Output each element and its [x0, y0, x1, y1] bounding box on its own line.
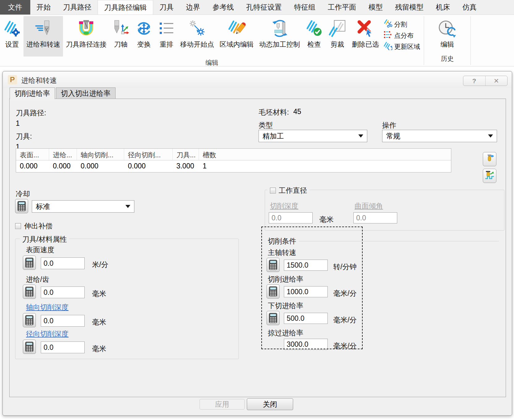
history-edit-icon [437, 17, 457, 40]
trim-icon [328, 17, 346, 40]
coolant-select[interactable]: 标准 [32, 200, 134, 213]
ribbon-button-update-region[interactable]: 更新区域 [384, 41, 420, 52]
help-button[interactable]: ? [463, 76, 485, 86]
feeds-table: 表面... 进给... 轴向切削... 径向切削... 刀具... 槽数 0.0… [16, 148, 451, 172]
feeds-table-header: 表面... 进给... 轴向切削... 径向切削... 刀具... 槽数 [16, 149, 451, 160]
calculator-button[interactable] [23, 313, 36, 327]
calculator-button[interactable] [23, 340, 36, 354]
surface-speed-input[interactable] [41, 257, 85, 269]
menu-tab-boundary[interactable]: 边界 [180, 0, 206, 15]
ribbon-button-tool-axis[interactable]: 刀轴 [109, 16, 132, 49]
point-distribution-icon [384, 30, 392, 40]
menu-tab-machine[interactable]: 机床 [430, 0, 456, 15]
plunge-feedrate-unit: 毫米/分 [333, 315, 356, 325]
column-header[interactable]: 径向切削... [124, 149, 173, 160]
calculator-button[interactable] [23, 256, 36, 270]
calculator-icon [25, 257, 34, 268]
ribbon-button-split[interactable]: 分割 [384, 19, 420, 29]
feed-per-tooth-unit: 毫米 [92, 289, 106, 299]
ribbon-body: 设置 进给 [0, 15, 514, 66]
overhang-compensation-checkbox[interactable] [15, 223, 21, 229]
table-row[interactable]: 0.000 0.000 0.000 0.000 3.000 1 [16, 160, 451, 172]
cut-depth-unit: 毫米 [319, 215, 334, 224]
cut-depth-input[interactable] [269, 212, 313, 223]
overhang-compensation-label: 伸出补偿 [24, 221, 53, 231]
ribbon-button-edit-within-region[interactable]: 区域内编辑 [217, 16, 256, 49]
tool-apply-button[interactable] [483, 169, 496, 183]
tab-cutting-feedrate[interactable]: 切削进给率 [10, 87, 55, 99]
column-header[interactable]: 轴向切削... [77, 149, 124, 160]
tool-load-icon [485, 170, 495, 181]
spindle-speed-unit: 转/分钟 [333, 262, 356, 272]
cutting-feedrate-label: 切削进给率 [268, 274, 303, 284]
skim-feedrate-label: 掠过进给率 [268, 328, 303, 338]
reorder-icon [158, 17, 175, 40]
ribbon-button-delete-selected[interactable]: 删除已选 [349, 16, 382, 49]
calculator-button[interactable] [267, 284, 280, 299]
calculator-button[interactable] [267, 258, 280, 272]
ribbon-button-verify[interactable]: 检查 [303, 16, 326, 49]
menu-tab-start[interactable]: 开始 [30, 0, 57, 15]
dialog-title: 进给和转速 [21, 76, 57, 85]
ribbon-button-dynamic-machine-control[interactable]: 动态加工控制 [256, 16, 303, 49]
surface-slope-input[interactable] [353, 212, 397, 223]
tab-lead-feedrate[interactable]: 切入切出进给率 [56, 87, 116, 99]
plunge-feedrate-input[interactable] [284, 313, 328, 324]
chevron-down-icon [488, 134, 493, 138]
radial-depth-of-cut-link[interactable]: 径向切削深度 [26, 329, 69, 339]
edit-within-region-icon [228, 17, 246, 40]
menu-tab-file[interactable]: 文件 [0, 0, 30, 15]
cutting-feedrate-input[interactable] [284, 286, 328, 297]
ribbon-button-history-edit[interactable]: 编辑 [435, 16, 460, 49]
stock-material-row: 毛坯材料: 45 [259, 108, 301, 117]
menu-tab-hole-feature[interactable]: 孔特征设置 [240, 0, 288, 15]
axial-depth-of-cut-link[interactable]: 轴向切削深度 [26, 303, 69, 312]
dialog-panel: 刀具路径: 1 刀具: 1 毛坯材料: 45 类型 精加工 操作 常规 [9, 99, 506, 397]
skim-feedrate-input[interactable] [284, 339, 328, 350]
calculator-icon [269, 286, 277, 297]
ribbon-button-point-distribution[interactable]: 点分布 [384, 30, 420, 40]
overhang-compensation-row: 伸出补偿 [15, 221, 53, 231]
close-button[interactable]: ✕ [485, 76, 508, 86]
menu-tab-model[interactable]: 模型 [362, 0, 389, 15]
ribbon-button-reorder[interactable]: 重排 [156, 16, 177, 49]
calculator-button[interactable] [267, 311, 280, 325]
cutting-feedrate-unit: 毫米/分 [333, 289, 356, 298]
column-header[interactable]: 刀具... [173, 149, 199, 160]
menu-tab-tool[interactable]: 刀具 [153, 0, 180, 15]
menu-tab-simulation[interactable]: 仿真 [456, 0, 483, 15]
axial-depth-unit: 毫米 [92, 317, 106, 327]
feed-per-tooth-input[interactable] [41, 286, 85, 298]
calculator-button[interactable] [15, 199, 28, 213]
menu-tab-toolpath-edit[interactable]: 刀具路径编辑 [98, 0, 153, 15]
ribbon-button-settings[interactable]: 设置 [1, 16, 23, 49]
dialog-titlebar[interactable]: P 进给和转速 ? ✕ [3, 71, 512, 88]
ribbon-button-move-start-point[interactable]: 移动开始点 [177, 16, 217, 49]
operation-select[interactable]: 常规 [382, 130, 497, 142]
menu-tab-workplane[interactable]: 工作平面 [322, 0, 362, 15]
spindle-speed-input[interactable] [284, 260, 328, 271]
menu-tab-stock-model[interactable]: 残留模型 [389, 0, 430, 15]
menu-bar: 文件 开始 刀具路径 刀具路径编辑 刀具 边界 参考线 孔特征设置 特征组 工作… [0, 0, 514, 15]
ribbon-button-transform[interactable]: 变换 [132, 16, 156, 49]
powermill-icon: P [8, 75, 17, 84]
apply-button[interactable]: 应用 [200, 399, 245, 409]
menu-tab-toolpath[interactable]: 刀具路径 [57, 0, 98, 15]
type-select[interactable]: 精加工 [259, 130, 367, 142]
ribbon-button-toolpath-connections[interactable]: 刀具路径连接 [63, 16, 109, 49]
tool-database-button[interactable] [483, 152, 496, 166]
ribbon-button-trim[interactable]: 剪裁 [326, 16, 349, 49]
ribbon-button-feeds-speeds[interactable]: 进给和转速 [23, 16, 63, 57]
column-header[interactable]: 表面... [16, 149, 49, 160]
close-dialog-button[interactable]: 关闭 [247, 398, 293, 410]
column-header[interactable]: 槽数 [199, 149, 451, 160]
axial-depth-input[interactable] [41, 315, 85, 327]
calculator-button[interactable] [23, 285, 36, 299]
verify-icon [305, 17, 323, 40]
working-diameter-checkbox[interactable] [270, 188, 276, 193]
menu-tab-pattern[interactable]: 参考线 [206, 0, 240, 15]
column-header[interactable]: 进给... [49, 149, 77, 160]
radial-depth-unit: 毫米 [92, 344, 106, 354]
radial-depth-input[interactable] [41, 342, 85, 353]
menu-tab-feature-group[interactable]: 特征组 [288, 0, 322, 15]
